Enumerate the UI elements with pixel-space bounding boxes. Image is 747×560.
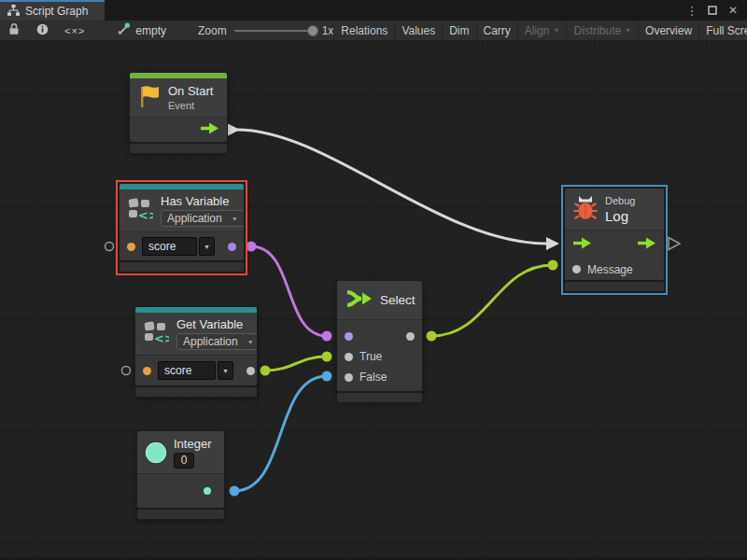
node-footer xyxy=(130,144,227,153)
value-input-port-false[interactable] xyxy=(345,373,353,382)
value-input-port-condition[interactable] xyxy=(345,332,353,341)
node-footer xyxy=(337,393,422,402)
bug-icon xyxy=(573,193,598,225)
full-screen-button[interactable]: Full Screen xyxy=(698,21,747,40)
integer-literal-icon xyxy=(146,442,166,463)
node-subtitle: Event xyxy=(168,100,213,111)
chevron-down-icon: ▼ xyxy=(247,339,254,345)
unit-pointer-icon xyxy=(117,22,131,38)
carry-button[interactable]: Carry xyxy=(476,21,517,40)
value-input-port-name[interactable] xyxy=(127,243,135,251)
inspect-button[interactable] xyxy=(28,21,57,40)
graph-pointer-status: empty xyxy=(117,21,166,40)
zoom-slider[interactable] xyxy=(234,30,315,32)
window-menu-icon[interactable]: ⋮ xyxy=(684,2,700,19)
control-input-port[interactable] xyxy=(572,236,592,253)
window-maximize-icon[interactable] xyxy=(704,2,721,19)
unconnected-port-hasvariable-name xyxy=(106,243,114,251)
node-category: Debug xyxy=(605,195,635,206)
tab-bar: Script Graph ⋮ ✕ xyxy=(0,0,747,21)
control-output-port[interactable] xyxy=(637,236,656,253)
flag-icon xyxy=(138,83,161,113)
control-in-arrow-log xyxy=(546,237,559,250)
toolbar-right-buttons: Relations Values Dim Carry Align▼ Distri… xyxy=(333,21,747,40)
port-label-message: Message xyxy=(587,263,633,276)
node-title: Select xyxy=(380,293,416,307)
value-output-port[interactable] xyxy=(406,332,415,341)
unconnected-control-out-log xyxy=(669,238,680,250)
variable-scope-dropdown[interactable]: Application▼ xyxy=(176,333,257,350)
lock-icon xyxy=(8,22,20,38)
control-out-arrow-onstart xyxy=(227,123,240,136)
chevron-down-icon: ▼ xyxy=(625,27,631,34)
script-graph-window: Script Graph ⋮ ✕ xyxy=(0,0,747,560)
unconnected-port-getvariable-name xyxy=(122,367,131,375)
node-get-variable[interactable]: <> Get Variable Application▼ scor xyxy=(135,307,257,397)
node-title: Integer xyxy=(174,437,211,451)
graph-toolbar: <×> empty Zoom 1x Relations Values Dim C xyxy=(0,21,747,41)
value-input-port-message[interactable] xyxy=(572,265,581,273)
wire-hasvariable-to-select xyxy=(251,246,327,336)
graph-hierarchy-icon xyxy=(7,5,20,19)
node-has-variable[interactable]: <> Has Variable Application▼ scor xyxy=(120,184,244,272)
chevron-down-icon: ▼ xyxy=(222,368,229,374)
chevron-down-icon: ▼ xyxy=(232,216,238,222)
variable-scope-dropdown[interactable]: Application▼ xyxy=(161,210,244,227)
node-footer xyxy=(137,510,224,519)
svg-text:<>: <> xyxy=(154,331,169,344)
value-output-port-int[interactable] xyxy=(204,487,211,495)
distribute-dropdown-button[interactable]: Distribute▼ xyxy=(566,21,638,40)
control-output-port[interactable] xyxy=(200,121,219,138)
svg-text:<>: <> xyxy=(138,208,153,221)
integer-value-field[interactable]: 0 xyxy=(174,453,194,469)
values-button[interactable]: Values xyxy=(394,21,442,40)
variable-name-dropdown[interactable]: score ▼ xyxy=(142,237,215,256)
node-select[interactable]: Select True False xyxy=(337,281,422,402)
tab-bar-empty-area xyxy=(105,0,684,21)
info-icon xyxy=(36,23,49,38)
value-input-port-name[interactable] xyxy=(143,367,151,375)
node-integer[interactable]: Integer 0 xyxy=(137,431,224,519)
overview-button[interactable]: Overview xyxy=(638,21,698,40)
value-output-port[interactable] xyxy=(247,367,255,375)
select-merge-icon xyxy=(345,288,373,313)
graph-canvas[interactable]: On Start Event xyxy=(0,41,747,560)
wire-select-to-log-message xyxy=(431,265,553,336)
variable-name-dropdown[interactable]: score ▼ xyxy=(158,361,233,380)
node-title: Get Variable xyxy=(176,317,257,331)
chevron-down-icon: ▼ xyxy=(204,244,210,250)
node-debug-log[interactable]: Debug Log xyxy=(565,189,664,291)
port-label-false: False xyxy=(359,371,387,384)
code-preview-button[interactable]: <×> xyxy=(57,21,92,40)
node-title: Has Variable xyxy=(161,194,244,208)
tab-label: Script Graph xyxy=(25,5,88,18)
align-dropdown-button[interactable]: Align▼ xyxy=(517,21,567,40)
zoom-control: Zoom 1x xyxy=(198,21,333,40)
node-footer xyxy=(120,262,244,272)
variables-icon: <> xyxy=(128,197,153,225)
node-footer xyxy=(565,282,664,291)
window-close-icon[interactable]: ✕ xyxy=(725,2,741,19)
wire-getvariable-to-select-true xyxy=(265,357,327,371)
wire-onstart-to-log xyxy=(237,130,547,244)
port-label-true: True xyxy=(359,350,382,363)
zoom-label: Zoom xyxy=(198,24,227,37)
value-output-port-bool[interactable] xyxy=(228,243,236,251)
variables-icon: <> xyxy=(144,320,169,348)
lock-button[interactable] xyxy=(0,21,28,40)
value-input-port-true[interactable] xyxy=(345,353,353,361)
node-footer xyxy=(135,387,257,397)
node-title: On Start xyxy=(168,84,213,98)
tab-script-graph[interactable]: Script Graph xyxy=(0,0,105,21)
pointer-label: empty xyxy=(135,24,166,37)
zoom-slider-handle[interactable] xyxy=(307,25,318,36)
node-on-start[interactable]: On Start Event xyxy=(130,73,227,153)
node-title: Log xyxy=(605,208,635,224)
chevron-down-icon: ▼ xyxy=(554,27,560,34)
relations-button[interactable]: Relations xyxy=(333,21,394,40)
zoom-value: 1x xyxy=(322,24,334,37)
dim-button[interactable]: Dim xyxy=(442,21,475,40)
